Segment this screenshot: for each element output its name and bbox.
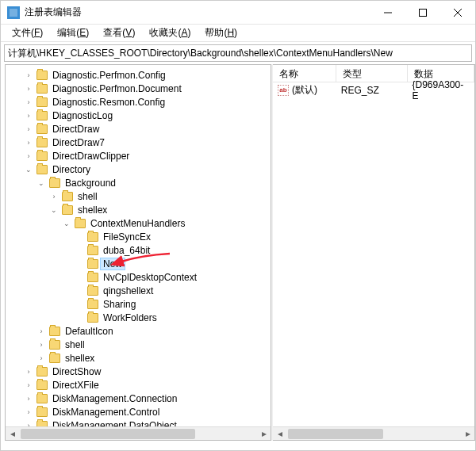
scroll-left-icon[interactable]: ◂	[273, 427, 286, 441]
tree-label: qingshellext	[101, 285, 155, 296]
chevron-right-icon[interactable]: ›	[23, 112, 34, 120]
chevron-down-icon[interactable]: ⌄	[23, 166, 34, 174]
address-bar[interactable]: 计算机\HKEY_CLASSES_ROOT\Directory\Backgrou…	[4, 44, 472, 62]
tree-node[interactable]: ⌄Background	[6, 176, 271, 189]
tree-label: DiskManagement.Control	[50, 407, 162, 418]
chevron-right-icon[interactable]: ›	[36, 341, 47, 349]
chevron-right-icon[interactable]: ›	[36, 354, 47, 362]
folder-icon	[36, 84, 48, 94]
close-button[interactable]	[440, 1, 475, 24]
tree-label: NvCplDesktopContext	[101, 272, 199, 283]
tree-pane[interactable]: ›Diagnostic.Perfmon.Config›Diagnostic.Pe…	[5, 64, 271, 441]
tree-node[interactable]: qingshellext	[6, 284, 271, 297]
tree-node[interactable]: ›shell	[6, 338, 271, 351]
folder-icon	[49, 327, 60, 336]
tree-node[interactable]: ›DirectDraw	[6, 122, 271, 136]
tree-node[interactable]: ›Diagnostic.Resmon.Config	[6, 95, 271, 109]
tree-label: DirectXFile	[50, 380, 102, 391]
tree-label: DirectDraw	[50, 124, 102, 135]
values-pane[interactable]: 名称 类型 数据 ab(默认)REG_SZ{D969A300-E ◂ ▸	[273, 64, 475, 441]
chevron-down-icon[interactable]: ⌄	[61, 220, 72, 227]
tree-node[interactable]: ›DiskManagement.Control	[6, 405, 271, 419]
folder-icon	[49, 354, 60, 363]
tree-node[interactable]: ⌄shellex	[6, 203, 271, 216]
menu-file[interactable]: 文件(F)	[6, 25, 49, 41]
tree-node[interactable]: duba_64bit	[6, 243, 271, 257]
folder-icon	[87, 246, 98, 255]
scroll-thumb[interactable]	[288, 429, 383, 439]
folder-icon	[87, 313, 98, 323]
tree-node[interactable]: ›DirectShow	[6, 365, 271, 378]
tree-node[interactable]: ›DirectDraw7	[6, 136, 271, 149]
tree-label: shell	[63, 339, 87, 350]
tree-node[interactable]: ⌄ContextMenuHandlers	[6, 216, 271, 230]
scroll-right-icon[interactable]: ▸	[461, 427, 474, 441]
chevron-right-icon[interactable]: ›	[23, 85, 34, 93]
maximize-icon	[419, 9, 427, 17]
tree-node[interactable]: ›DiskManagement.Connection	[6, 392, 271, 405]
chevron-right-icon[interactable]: ›	[23, 98, 34, 106]
chevron-down-icon[interactable]: ⌄	[48, 206, 60, 214]
tree-node[interactable]: ›shell	[6, 189, 271, 203]
tree-node[interactable]: ›DefaultIcon	[6, 324, 271, 338]
chevron-right-icon[interactable]: ›	[48, 193, 60, 201]
tree-node[interactable]: New	[6, 257, 271, 270]
tree-label: ContextMenuHandlers	[88, 218, 187, 229]
tree-node[interactable]: ›Diagnostic.Perfmon.Config	[6, 68, 271, 82]
chevron-right-icon[interactable]: ›	[23, 408, 34, 416]
window-title: 注册表编辑器	[25, 6, 370, 19]
maximize-button[interactable]	[405, 1, 440, 24]
scroll-thumb[interactable]	[21, 429, 195, 439]
tree-label: Directory	[50, 164, 93, 175]
col-name[interactable]: 名称	[273, 65, 336, 82]
chevron-right-icon[interactable]: ›	[23, 152, 34, 160]
chevron-right-icon[interactable]: ›	[23, 381, 34, 389]
tree-hscrollbar[interactable]: ◂ ▸	[6, 426, 271, 440]
menu-help[interactable]: 帮助(H)	[198, 25, 244, 41]
tree-node[interactable]: NvCplDesktopContext	[6, 270, 271, 284]
chevron-right-icon[interactable]: ›	[23, 71, 34, 79]
folder-icon	[36, 124, 48, 134]
value-type: REG_SZ	[341, 85, 413, 96]
titlebar: 注册表编辑器	[1, 1, 475, 25]
folder-icon	[49, 340, 60, 350]
scroll-right-icon[interactable]: ▸	[257, 427, 271, 441]
chevron-down-icon[interactable]: ⌄	[36, 179, 47, 187]
chevron-right-icon[interactable]: ›	[23, 395, 34, 403]
chevron-right-icon[interactable]: ›	[23, 368, 34, 376]
folder-icon	[36, 71, 48, 80]
folder-icon	[36, 165, 48, 174]
scroll-left-icon[interactable]: ◂	[6, 427, 19, 441]
folder-icon	[62, 205, 73, 215]
values-hscrollbar[interactable]: ◂ ▸	[273, 426, 474, 440]
chevron-right-icon[interactable]: ›	[23, 139, 34, 147]
tree-node[interactable]: ›DirectXFile	[6, 378, 271, 392]
tree-node[interactable]: Sharing	[6, 297, 271, 311]
tree-node[interactable]: ›shellex	[6, 351, 271, 365]
col-type[interactable]: 类型	[336, 65, 408, 82]
tree-node[interactable]: WorkFolders	[6, 311, 271, 324]
folder-icon	[87, 232, 98, 242]
chevron-right-icon[interactable]: ›	[23, 125, 34, 133]
value-data: {D969A300-E	[413, 79, 470, 101]
menu-edit[interactable]: 编辑(E)	[51, 25, 95, 41]
menu-view[interactable]: 查看(V)	[97, 25, 141, 41]
address-text: 计算机\HKEY_CLASSES_ROOT\Directory\Backgrou…	[8, 47, 393, 60]
chevron-right-icon[interactable]: ›	[36, 327, 47, 335]
regedit-icon	[7, 6, 20, 19]
tree-label: shell	[75, 191, 100, 202]
folder-icon	[87, 273, 98, 282]
tree-label: DirectDraw7	[50, 137, 107, 148]
tree-node[interactable]: ⌄Directory	[6, 162, 271, 176]
value-row[interactable]: ab(默认)REG_SZ{D969A300-E	[273, 82, 474, 97]
tree-node[interactable]: ›DirectDrawClipper	[6, 149, 271, 162]
tree-label: DefaultIcon	[63, 326, 116, 337]
menu-favorites[interactable]: 收藏夹(A)	[143, 25, 197, 41]
tree-node[interactable]: ›DiagnosticLog	[6, 109, 271, 122]
minimize-button[interactable]	[370, 1, 405, 24]
menubar: 文件(F) 编辑(E) 查看(V) 收藏夹(A) 帮助(H)	[1, 25, 475, 42]
tree-node[interactable]: FileSyncEx	[6, 230, 271, 243]
tree-label: DirectShow	[50, 366, 103, 377]
tree-label: Sharing	[101, 299, 138, 310]
tree-node[interactable]: ›Diagnostic.Perfmon.Document	[6, 82, 271, 95]
